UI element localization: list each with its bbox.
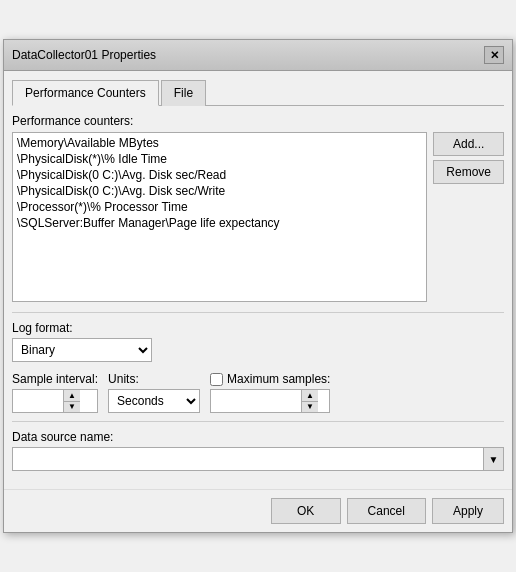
max-samples-spinbox: 0 ▲ ▼ [210, 389, 330, 413]
log-format-group: Log format: Binary CSV TSV SQL [12, 321, 504, 362]
divider-2 [12, 421, 504, 422]
ok-button[interactable]: OK [271, 498, 341, 524]
units-group: Units: Seconds Minutes Hours Days [108, 372, 200, 413]
max-samples-checkbox-label: Maximum samples: [210, 372, 330, 386]
sample-interval-group: Sample interval: 3 ▲ ▼ [12, 372, 98, 413]
max-samples-checkbox[interactable] [210, 373, 223, 386]
log-format-label: Log format: [12, 321, 504, 335]
remove-button[interactable]: Remove [433, 160, 504, 184]
max-samples-group: Maximum samples: 0 ▲ ▼ [210, 372, 330, 413]
list-item[interactable]: \PhysicalDisk(*)\% Idle Time [17, 151, 422, 167]
max-samples-label-text: Maximum samples: [227, 372, 330, 386]
title-bar: DataCollector01 Properties ✕ [4, 40, 512, 71]
divider [12, 312, 504, 313]
log-format-select[interactable]: Binary CSV TSV SQL [12, 338, 152, 362]
list-item[interactable]: \PhysicalDisk(0 C:)\Avg. Disk sec/Read [17, 167, 422, 183]
sample-interval-spinbox: 3 ▲ ▼ [12, 389, 98, 413]
list-item[interactable]: \SQLServer:Buffer Manager\Page life expe… [17, 215, 422, 231]
list-item[interactable]: \PhysicalDisk(0 C:)\Avg. Disk sec/Write [17, 183, 422, 199]
counters-area: \Memory\Available MBytes \PhysicalDisk(*… [12, 132, 504, 302]
close-icon: ✕ [490, 49, 499, 62]
sample-interval-label: Sample interval: [12, 372, 98, 386]
tab-performance-counters[interactable]: Performance Counters [12, 80, 159, 106]
units-label: Units: [108, 372, 200, 386]
counters-label: Performance counters: [12, 114, 504, 128]
datasource-dropdown-button[interactable]: ▼ [483, 448, 503, 470]
units-select[interactable]: Seconds Minutes Hours Days [109, 390, 199, 412]
apply-button[interactable]: Apply [432, 498, 504, 524]
dialog-content: Performance Counters File Performance co… [4, 71, 512, 489]
bottom-buttons: OK Cancel Apply [4, 489, 512, 532]
max-samples-input[interactable]: 0 [211, 390, 301, 412]
close-button[interactable]: ✕ [484, 46, 504, 64]
log-format-section: Log format: Binary CSV TSV SQL [12, 321, 504, 362]
units-select-wrapper: Seconds Minutes Hours Days [108, 389, 200, 413]
sample-interval-input[interactable]: 3 [13, 390, 63, 412]
tab-file[interactable]: File [161, 80, 206, 106]
counters-list[interactable]: \Memory\Available MBytes \PhysicalDisk(*… [12, 132, 427, 302]
spin-up-button[interactable]: ▲ [64, 390, 80, 402]
spin-down-button[interactable]: ▼ [64, 402, 80, 413]
tab-bar: Performance Counters File [12, 79, 504, 106]
datasource-label: Data source name: [12, 430, 504, 444]
datasource-input[interactable] [13, 448, 483, 470]
window-title: DataCollector01 Properties [12, 48, 156, 62]
max-samples-spin-up[interactable]: ▲ [302, 390, 318, 402]
datasource-wrapper: ▼ [12, 447, 504, 471]
list-item[interactable]: \Memory\Available MBytes [17, 135, 422, 151]
add-button[interactable]: Add... [433, 132, 504, 156]
max-samples-label-row: Maximum samples: [210, 372, 330, 386]
dialog-window: DataCollector01 Properties ✕ Performance… [3, 39, 513, 533]
datasource-section: Data source name: ▼ [12, 430, 504, 471]
counter-buttons-group: Add... Remove [433, 132, 504, 302]
max-samples-spin-buttons: ▲ ▼ [301, 390, 318, 412]
sample-units-row: Sample interval: 3 ▲ ▼ Units: Seconds Mi… [12, 372, 504, 413]
max-samples-spin-down[interactable]: ▼ [302, 402, 318, 413]
spin-buttons: ▲ ▼ [63, 390, 80, 412]
counters-section: Performance counters: \Memory\Available … [12, 114, 504, 302]
cancel-button[interactable]: Cancel [347, 498, 426, 524]
list-item[interactable]: \Processor(*)\% Processor Time [17, 199, 422, 215]
